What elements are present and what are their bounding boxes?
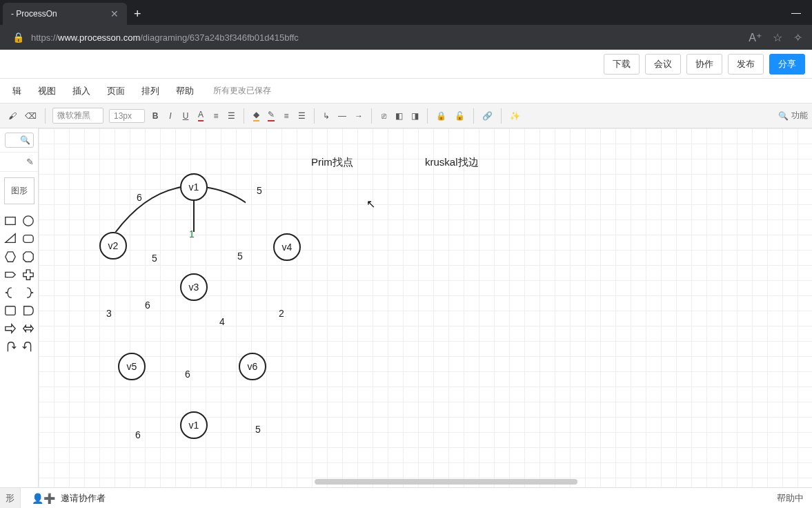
shape-plus[interactable]: [21, 268, 35, 282]
line-style-icon[interactable]: ≡: [279, 108, 294, 124]
menu-page[interactable]: 页面: [99, 85, 133, 97]
share-button[interactable]: 分享: [769, 54, 805, 75]
weight-b-right: 5: [255, 424, 261, 435]
favorite-icon[interactable]: ☆: [773, 31, 782, 44]
lock-icon[interactable]: 🔒: [432, 108, 450, 124]
tab-title: - ProcessOn: [11, 9, 57, 19]
svg-rect-3: [5, 306, 14, 315]
weight-b-left: 6: [135, 429, 141, 440]
close-icon[interactable]: ✕: [110, 8, 119, 19]
new-tab-button[interactable]: +: [127, 3, 148, 25]
weight-v2v5: 3: [106, 308, 112, 319]
shape-grid: [0, 210, 39, 358]
shape-brace-right[interactable]: [21, 286, 35, 300]
underline-icon[interactable]: U: [178, 108, 193, 124]
shape-search[interactable]: 🔍: [5, 133, 34, 148]
shape-rounded[interactable]: [21, 232, 35, 246]
shape-d[interactable]: [21, 304, 35, 318]
shape-circle[interactable]: [21, 214, 35, 228]
collections-icon[interactable]: ✧: [793, 31, 802, 44]
svg-rect-2: [23, 235, 32, 243]
url-field[interactable]: https://www.processon.com/diagraming/637…: [31, 32, 749, 43]
menu-insert[interactable]: 插入: [64, 85, 99, 97]
menu-arrange[interactable]: 排列: [133, 85, 168, 97]
address-bar: 🔒 https://www.processon.com/diagraming/6…: [0, 25, 812, 50]
lock-icon[interactable]: 🔒: [6, 32, 31, 43]
bold-icon[interactable]: B: [148, 108, 163, 124]
connector-type-icon[interactable]: ↳: [319, 108, 334, 124]
browser-tabbar: - ProcessOn ✕ + —: [0, 0, 812, 25]
collab-button[interactable]: 协作: [686, 54, 722, 75]
send-back-icon[interactable]: ◨: [407, 108, 423, 124]
arrow-end-icon[interactable]: →: [350, 108, 367, 124]
horizontal-scrollbar[interactable]: [315, 479, 577, 485]
url-host: www.processon.com: [58, 32, 140, 43]
shape-category[interactable]: 图形: [4, 177, 34, 204]
node-v6[interactable]: v6: [239, 353, 266, 380]
label-kruskal[interactable]: kruskal找边: [425, 156, 479, 169]
menu-view[interactable]: 视图: [30, 85, 64, 97]
font-size-select[interactable]: 13px: [109, 109, 145, 123]
publish-button[interactable]: 发布: [728, 54, 764, 75]
link-icon[interactable]: 🔗: [478, 108, 497, 124]
meeting-button[interactable]: 会议: [645, 54, 681, 75]
shape-brace-left[interactable]: [3, 286, 17, 300]
footer-shapes-handle[interactable]: 形: [0, 488, 21, 509]
font-family-select[interactable]: 微软雅黑: [52, 108, 103, 124]
weight-v2v3: 5: [152, 253, 157, 264]
list-icon[interactable]: ☰: [224, 108, 239, 124]
invite-collaborator[interactable]: 👤➕ 邀请协作者: [32, 492, 106, 505]
download-button[interactable]: 下载: [604, 54, 640, 75]
weight-v3v4: 5: [237, 251, 243, 262]
shape-arrow-double[interactable]: [21, 322, 35, 335]
node-v4[interactable]: v4: [273, 233, 301, 261]
node-v5[interactable]: v5: [118, 353, 146, 380]
label-prim[interactable]: Prim找点: [311, 156, 353, 169]
menu-help[interactable]: 帮助: [168, 85, 202, 97]
bring-front-icon[interactable]: ◧: [391, 108, 407, 124]
shape-uturn-2[interactable]: [21, 340, 35, 353]
connector-line-icon[interactable]: —: [334, 108, 350, 124]
help-center[interactable]: 帮助中: [777, 492, 804, 505]
font-color-icon[interactable]: A: [193, 107, 208, 124]
read-aloud-icon[interactable]: A⁺: [749, 31, 762, 44]
line-width-icon[interactable]: ☰: [294, 108, 310, 124]
shape-triangle[interactable]: [3, 232, 17, 246]
shape-pentagon-arrow[interactable]: [3, 268, 17, 282]
canvas[interactable]: Prim找点 kruskal找边 v1 v2 v3 v4 v5 v6 6 5 1…: [39, 128, 812, 487]
unlock-icon[interactable]: 🔓: [450, 108, 469, 124]
shape-square-round[interactable]: [3, 304, 17, 318]
save-status: 所有更改已保存: [213, 85, 271, 97]
window-controls: —: [780, 0, 812, 25]
shape-uturn[interactable]: [3, 340, 17, 353]
minimize-icon[interactable]: —: [780, 0, 812, 25]
magic-icon[interactable]: ✨: [506, 108, 524, 124]
line-color-icon[interactable]: ✎: [264, 107, 279, 124]
shape-rect[interactable]: [3, 214, 17, 228]
cursor-icon: ↖: [366, 197, 375, 211]
node-v2[interactable]: v2: [99, 232, 127, 260]
fill-color-icon[interactable]: ◆: [248, 107, 264, 124]
edit-shapes-icon[interactable]: ✎: [26, 157, 34, 167]
shape-hexagon[interactable]: [3, 250, 17, 264]
italic-icon[interactable]: I: [163, 108, 178, 124]
browser-tab[interactable]: - ProcessOn ✕: [3, 3, 127, 25]
clear-format-icon[interactable]: ⌫: [21, 108, 41, 124]
format-toolbar: 🖌 ⌫ 微软雅黑 13px B I U A ≡ ☰ ◆ ✎ ≡ ☰ ↳ — → …: [0, 104, 812, 128]
menu-edit[interactable]: 辑: [4, 85, 30, 97]
node-v3[interactable]: v3: [180, 273, 208, 301]
node-v1[interactable]: v1: [180, 173, 208, 201]
shape-panel: 🔍 ✎ 图形: [0, 128, 39, 487]
search-icon[interactable]: 🔍: [778, 111, 789, 121]
node-v1b[interactable]: v1: [180, 411, 208, 439]
shape-arrow-right[interactable]: [3, 322, 17, 335]
format-painter-icon[interactable]: 🖌: [4, 108, 21, 124]
svg-point-1: [23, 216, 32, 226]
invite-label: 邀请协作者: [61, 492, 106, 505]
weight-v1v3: 1: [189, 228, 195, 240]
search-func-label[interactable]: 功能: [791, 110, 808, 121]
align-objects-icon[interactable]: ⎚: [376, 108, 391, 124]
shape-octagon[interactable]: [21, 250, 35, 264]
weight-v4v6: 2: [279, 308, 284, 319]
align-icon[interactable]: ≡: [208, 108, 224, 124]
